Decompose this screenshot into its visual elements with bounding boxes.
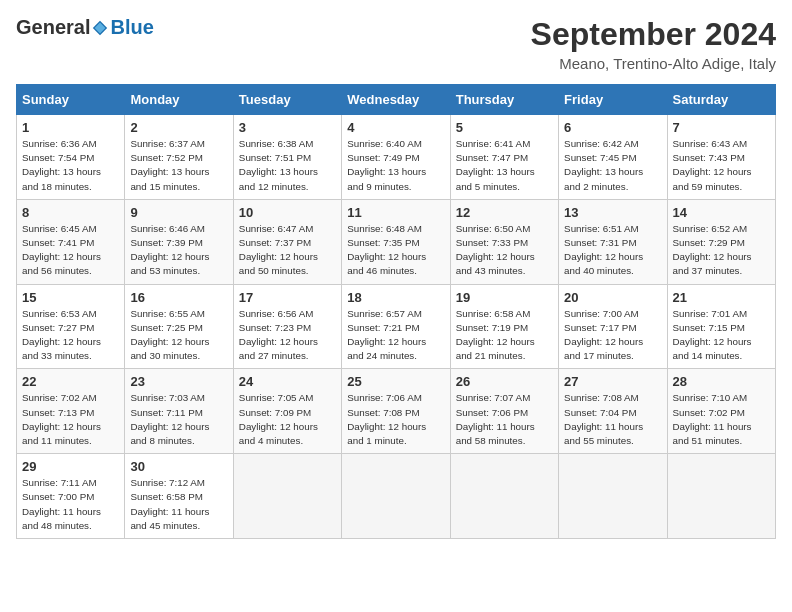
day-number: 12 xyxy=(456,205,553,220)
calendar-cell: 17Sunrise: 6:56 AMSunset: 7:23 PMDayligh… xyxy=(233,284,341,369)
calendar-cell: 18Sunrise: 6:57 AMSunset: 7:21 PMDayligh… xyxy=(342,284,450,369)
calendar-cell: 21Sunrise: 7:01 AMSunset: 7:15 PMDayligh… xyxy=(667,284,775,369)
calendar-week-row: 22Sunrise: 7:02 AMSunset: 7:13 PMDayligh… xyxy=(17,369,776,454)
calendar-cell: 13Sunrise: 6:51 AMSunset: 7:31 PMDayligh… xyxy=(559,199,667,284)
day-detail: Sunrise: 6:51 AMSunset: 7:31 PMDaylight:… xyxy=(564,222,661,279)
day-detail: Sunrise: 6:52 AMSunset: 7:29 PMDaylight:… xyxy=(673,222,770,279)
day-number: 9 xyxy=(130,205,227,220)
calendar-cell: 19Sunrise: 6:58 AMSunset: 7:19 PMDayligh… xyxy=(450,284,558,369)
day-detail: Sunrise: 6:56 AMSunset: 7:23 PMDaylight:… xyxy=(239,307,336,364)
calendar-cell xyxy=(342,454,450,539)
calendar-cell: 16Sunrise: 6:55 AMSunset: 7:25 PMDayligh… xyxy=(125,284,233,369)
col-header-wednesday: Wednesday xyxy=(342,85,450,115)
calendar-cell xyxy=(667,454,775,539)
day-detail: Sunrise: 7:05 AMSunset: 7:09 PMDaylight:… xyxy=(239,391,336,448)
day-detail: Sunrise: 6:53 AMSunset: 7:27 PMDaylight:… xyxy=(22,307,119,364)
day-detail: Sunrise: 7:08 AMSunset: 7:04 PMDaylight:… xyxy=(564,391,661,448)
calendar-cell: 15Sunrise: 6:53 AMSunset: 7:27 PMDayligh… xyxy=(17,284,125,369)
day-detail: Sunrise: 7:02 AMSunset: 7:13 PMDaylight:… xyxy=(22,391,119,448)
day-number: 11 xyxy=(347,205,444,220)
calendar-cell: 3Sunrise: 6:38 AMSunset: 7:51 PMDaylight… xyxy=(233,115,341,200)
day-number: 7 xyxy=(673,120,770,135)
calendar-cell: 24Sunrise: 7:05 AMSunset: 7:09 PMDayligh… xyxy=(233,369,341,454)
day-number: 4 xyxy=(347,120,444,135)
day-number: 1 xyxy=(22,120,119,135)
day-number: 23 xyxy=(130,374,227,389)
calendar-cell: 26Sunrise: 7:07 AMSunset: 7:06 PMDayligh… xyxy=(450,369,558,454)
day-detail: Sunrise: 6:58 AMSunset: 7:19 PMDaylight:… xyxy=(456,307,553,364)
day-number: 15 xyxy=(22,290,119,305)
calendar-cell: 2Sunrise: 6:37 AMSunset: 7:52 PMDaylight… xyxy=(125,115,233,200)
calendar-cell: 30Sunrise: 7:12 AMSunset: 6:58 PMDayligh… xyxy=(125,454,233,539)
calendar-table: SundayMondayTuesdayWednesdayThursdayFrid… xyxy=(16,84,776,539)
day-number: 27 xyxy=(564,374,661,389)
day-number: 28 xyxy=(673,374,770,389)
calendar-week-row: 1Sunrise: 6:36 AMSunset: 7:54 PMDaylight… xyxy=(17,115,776,200)
day-number: 22 xyxy=(22,374,119,389)
day-number: 21 xyxy=(673,290,770,305)
col-header-friday: Friday xyxy=(559,85,667,115)
day-number: 13 xyxy=(564,205,661,220)
calendar-week-row: 8Sunrise: 6:45 AMSunset: 7:41 PMDaylight… xyxy=(17,199,776,284)
calendar-cell: 27Sunrise: 7:08 AMSunset: 7:04 PMDayligh… xyxy=(559,369,667,454)
day-detail: Sunrise: 6:45 AMSunset: 7:41 PMDaylight:… xyxy=(22,222,119,279)
calendar-week-row: 15Sunrise: 6:53 AMSunset: 7:27 PMDayligh… xyxy=(17,284,776,369)
day-detail: Sunrise: 6:36 AMSunset: 7:54 PMDaylight:… xyxy=(22,137,119,194)
calendar-cell xyxy=(559,454,667,539)
logo: General Blue xyxy=(16,16,154,39)
col-header-sunday: Sunday xyxy=(17,85,125,115)
day-detail: Sunrise: 6:41 AMSunset: 7:47 PMDaylight:… xyxy=(456,137,553,194)
col-header-monday: Monday xyxy=(125,85,233,115)
day-detail: Sunrise: 7:03 AMSunset: 7:11 PMDaylight:… xyxy=(130,391,227,448)
day-number: 2 xyxy=(130,120,227,135)
day-number: 10 xyxy=(239,205,336,220)
day-detail: Sunrise: 6:38 AMSunset: 7:51 PMDaylight:… xyxy=(239,137,336,194)
calendar-cell: 6Sunrise: 6:42 AMSunset: 7:45 PMDaylight… xyxy=(559,115,667,200)
calendar-cell: 5Sunrise: 6:41 AMSunset: 7:47 PMDaylight… xyxy=(450,115,558,200)
day-number: 18 xyxy=(347,290,444,305)
calendar-week-row: 29Sunrise: 7:11 AMSunset: 7:00 PMDayligh… xyxy=(17,454,776,539)
calendar-cell: 29Sunrise: 7:11 AMSunset: 7:00 PMDayligh… xyxy=(17,454,125,539)
calendar-cell: 14Sunrise: 6:52 AMSunset: 7:29 PMDayligh… xyxy=(667,199,775,284)
day-detail: Sunrise: 6:46 AMSunset: 7:39 PMDaylight:… xyxy=(130,222,227,279)
day-number: 26 xyxy=(456,374,553,389)
day-detail: Sunrise: 7:12 AMSunset: 6:58 PMDaylight:… xyxy=(130,476,227,533)
logo-general: General xyxy=(16,16,90,39)
col-header-thursday: Thursday xyxy=(450,85,558,115)
day-detail: Sunrise: 6:43 AMSunset: 7:43 PMDaylight:… xyxy=(673,137,770,194)
day-number: 8 xyxy=(22,205,119,220)
day-number: 20 xyxy=(564,290,661,305)
calendar-cell xyxy=(450,454,558,539)
day-detail: Sunrise: 7:01 AMSunset: 7:15 PMDaylight:… xyxy=(673,307,770,364)
col-header-saturday: Saturday xyxy=(667,85,775,115)
day-number: 5 xyxy=(456,120,553,135)
calendar-cell: 20Sunrise: 7:00 AMSunset: 7:17 PMDayligh… xyxy=(559,284,667,369)
day-detail: Sunrise: 6:50 AMSunset: 7:33 PMDaylight:… xyxy=(456,222,553,279)
day-detail: Sunrise: 6:37 AMSunset: 7:52 PMDaylight:… xyxy=(130,137,227,194)
day-detail: Sunrise: 7:07 AMSunset: 7:06 PMDaylight:… xyxy=(456,391,553,448)
day-detail: Sunrise: 6:57 AMSunset: 7:21 PMDaylight:… xyxy=(347,307,444,364)
day-number: 25 xyxy=(347,374,444,389)
calendar-cell xyxy=(233,454,341,539)
location-title: Meano, Trentino-Alto Adige, Italy xyxy=(531,55,776,72)
day-number: 19 xyxy=(456,290,553,305)
calendar-cell: 28Sunrise: 7:10 AMSunset: 7:02 PMDayligh… xyxy=(667,369,775,454)
calendar-cell: 10Sunrise: 6:47 AMSunset: 7:37 PMDayligh… xyxy=(233,199,341,284)
day-detail: Sunrise: 7:00 AMSunset: 7:17 PMDaylight:… xyxy=(564,307,661,364)
col-header-tuesday: Tuesday xyxy=(233,85,341,115)
page-header: General Blue September 2024 Meano, Trent… xyxy=(16,16,776,72)
title-block: September 2024 Meano, Trentino-Alto Adig… xyxy=(531,16,776,72)
day-detail: Sunrise: 6:40 AMSunset: 7:49 PMDaylight:… xyxy=(347,137,444,194)
day-detail: Sunrise: 7:06 AMSunset: 7:08 PMDaylight:… xyxy=(347,391,444,448)
day-number: 3 xyxy=(239,120,336,135)
calendar-cell: 1Sunrise: 6:36 AMSunset: 7:54 PMDaylight… xyxy=(17,115,125,200)
calendar-cell: 23Sunrise: 7:03 AMSunset: 7:11 PMDayligh… xyxy=(125,369,233,454)
calendar-cell: 7Sunrise: 6:43 AMSunset: 7:43 PMDaylight… xyxy=(667,115,775,200)
day-detail: Sunrise: 7:11 AMSunset: 7:00 PMDaylight:… xyxy=(22,476,119,533)
month-title: September 2024 xyxy=(531,16,776,53)
svg-marker-1 xyxy=(95,22,106,33)
day-number: 17 xyxy=(239,290,336,305)
day-detail: Sunrise: 6:47 AMSunset: 7:37 PMDaylight:… xyxy=(239,222,336,279)
day-number: 29 xyxy=(22,459,119,474)
calendar-cell: 12Sunrise: 6:50 AMSunset: 7:33 PMDayligh… xyxy=(450,199,558,284)
